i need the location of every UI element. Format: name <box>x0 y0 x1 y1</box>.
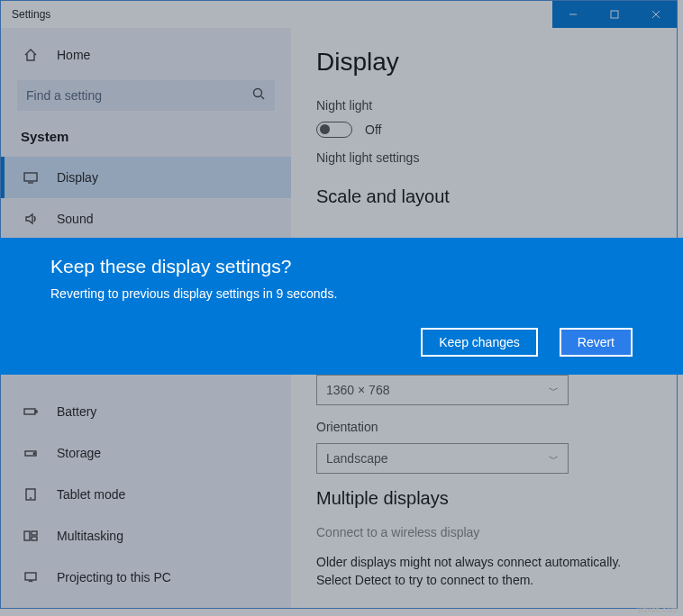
watermark: wsxdn.com <box>637 605 678 614</box>
revert-button[interactable]: Revert <box>560 328 633 357</box>
dialog-title: Keep these display settings? <box>50 256 633 277</box>
keep-changes-button[interactable]: Keep changes <box>421 328 538 357</box>
dialog-buttons: Keep changes Revert <box>421 328 633 357</box>
dialog-text: Reverting to previous display settings i… <box>50 286 633 301</box>
keep-settings-dialog: Keep these display settings? Reverting t… <box>0 238 683 375</box>
